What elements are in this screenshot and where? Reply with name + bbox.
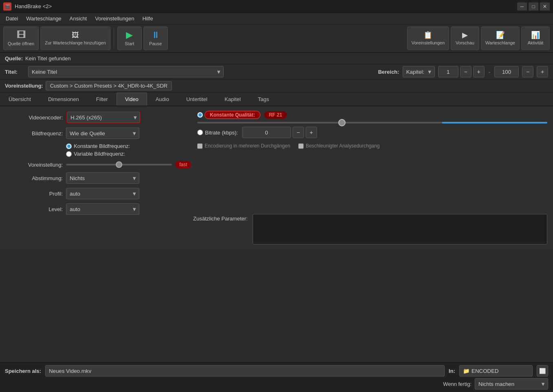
quality-radio[interactable] (197, 112, 203, 118)
source-info: Quelle: Kein Titel gefunden (0, 53, 553, 64)
encoder-select[interactable]: H.265 (x265) (67, 112, 140, 123)
finish-row: Wenn fertig: Nichts machen ▼ (5, 378, 548, 390)
video-settings-layout: Videoencoder: H.265 (x265) ▼ (6, 111, 547, 244)
quality-section: Konstante Qualität: RF 21 B (197, 111, 547, 149)
window-controls: ─ □ ✕ (517, 2, 550, 11)
range-to-input[interactable] (494, 66, 519, 77)
tab-tags[interactable]: Tags (249, 92, 278, 106)
tab-video[interactable]: Video (117, 92, 147, 106)
queue-label: Warteschlange (485, 40, 515, 45)
bitrate-input[interactable] (242, 127, 291, 138)
tab-untertitel[interactable]: Untertitel (178, 92, 216, 106)
add-queue-button[interactable]: 🖼 Zur Warteschlange hinzufügen (40, 26, 110, 50)
bitrate-radio-label[interactable]: Bitrate (kbps): (197, 130, 238, 136)
level-control: auto ▼ (66, 203, 191, 215)
profile-label: Profil: (6, 191, 63, 197)
profile-select[interactable]: auto (66, 188, 139, 199)
quality-slider[interactable] (197, 122, 547, 123)
tab-filter[interactable]: Filter (88, 92, 117, 106)
tuning-select[interactable]: Nichts (66, 172, 139, 184)
folder-button[interactable]: 📁 ENCODED (459, 365, 533, 377)
profile-control: auto ▼ (66, 188, 191, 199)
range-section: Bereich: Kapitel: ▼ − + - − + (378, 66, 548, 77)
preset-slider-control: fast (66, 161, 191, 168)
menu-voreinstellungen[interactable]: Voreinstellungen (91, 14, 138, 23)
title-select[interactable]: Keine Titel (28, 66, 224, 77)
range-from-increment[interactable]: + (473, 66, 485, 77)
source-row: Quelle: Kein Titel gefunden (5, 55, 71, 62)
menu-hilfe[interactable]: Hilfe (138, 14, 157, 23)
quality-radio-label[interactable]: Konstante Qualität: (197, 111, 260, 119)
queue-icon: 📝 (496, 31, 505, 39)
video-tab-content: Videoencoder: H.265 (x265) ▼ (0, 106, 553, 249)
encoder-control: H.265 (x265) ▼ (66, 111, 191, 123)
analysis-checkbox[interactable] (298, 143, 304, 149)
bitrate-decrement[interactable]: − (293, 127, 304, 138)
preset-slider[interactable] (66, 164, 172, 165)
range-to-decrement[interactable]: − (522, 66, 533, 77)
constant-fps-label: Konstante Bildfrequenz: (74, 143, 130, 149)
additional-params-section: Zusätzliche Parameter: (193, 214, 547, 244)
range-to-increment[interactable]: + (537, 66, 548, 77)
finish-label: Wenn fertig: (443, 381, 471, 387)
pause-icon: ⏸ (151, 31, 160, 40)
maximize-button[interactable]: □ (529, 2, 538, 11)
preview-icon: ▶ (462, 31, 468, 39)
variable-fps-radio-label[interactable]: Variable Bildfrequenz: (66, 151, 125, 157)
framerate-select[interactable]: Wie die Quelle (66, 128, 139, 139)
folder-name: ENCODED (471, 368, 499, 374)
minimize-button[interactable]: ─ (517, 2, 527, 11)
title-row: Titel: Keine Titel ▼ Bereich: Kapitel: ▼… (0, 64, 553, 79)
tabs-bar: Übersicht Dimensionen Filter Video Audio… (0, 92, 553, 106)
preview-label: Vorschau (456, 40, 474, 45)
add-queue-icon: 🖼 (72, 31, 79, 39)
level-label: Level: (6, 206, 63, 212)
menu-bar: Datei Warteschlange Ansicht Voreinstellu… (0, 13, 553, 24)
preview-button[interactable]: ▶ Vorschau (451, 26, 479, 50)
range-select-wrapper: Kapitel: ▼ (403, 66, 435, 77)
bitrate-increment[interactable]: + (306, 127, 317, 138)
checkboxes-row: Encodierung in mehreren Durchgängen Besc… (197, 143, 547, 149)
pause-button[interactable]: ⏸ Pause (143, 26, 168, 50)
presets-button[interactable]: 📋 Voreinstellungen (407, 26, 449, 50)
menu-ansicht[interactable]: Ansicht (66, 14, 91, 23)
preset-slider-label: Voreinstellung: (6, 162, 63, 168)
bitrate-radio[interactable] (197, 130, 203, 135)
close-button[interactable]: ✕ (540, 2, 550, 11)
multipass-checkbox[interactable] (197, 143, 203, 149)
range-from-decrement[interactable]: − (460, 66, 471, 77)
activity-icon: 📊 (531, 31, 540, 39)
multipass-label: Encodierung in mehreren Durchgängen (205, 143, 290, 149)
variable-fps-radio[interactable] (66, 151, 72, 157)
tuning-control: Nichts ▼ (66, 172, 191, 184)
save-as-input[interactable] (45, 365, 445, 377)
fps-type-control: Konstante Bildfrequenz: Variable Bildfre… (66, 143, 191, 157)
level-select[interactable]: auto (66, 203, 139, 215)
tab-ubersicht[interactable]: Übersicht (0, 92, 40, 106)
queue-button[interactable]: 📝 Warteschlange (481, 26, 520, 50)
variable-fps-label: Variable Bildfrequenz: (74, 151, 125, 157)
start-button[interactable]: ▶ Start (117, 26, 142, 50)
menu-datei[interactable]: Datei (2, 14, 22, 23)
add-queue-label: Zur Warteschlange hinzufügen (45, 40, 106, 45)
analysis-option: Beschleunigter Analysedurchgang (298, 143, 379, 149)
open-source-button[interactable]: 🎞 Quelle öffnen (3, 26, 39, 50)
quality-row-1: Konstante Qualität: RF 21 (197, 111, 547, 119)
open-source-label: Quelle öffnen (8, 41, 34, 46)
level-select-wrapper: auto ▼ (66, 203, 139, 215)
activity-button[interactable]: 📊 Aktivität (521, 26, 550, 50)
browse-button[interactable]: ⬜ (537, 365, 548, 377)
additional-params-textarea[interactable] (253, 214, 547, 244)
range-from-input[interactable] (438, 66, 458, 77)
additional-params-label: Zusätzliche Parameter: (193, 214, 248, 222)
constant-fps-radio-label[interactable]: Konstante Bildfrequenz: (66, 143, 130, 149)
toolbar: 🎞 Quelle öffnen 🖼 Zur Warteschlange hinz… (0, 24, 553, 53)
presets-label: Voreinstellungen (412, 40, 445, 45)
tab-dimensionen[interactable]: Dimensionen (40, 92, 88, 106)
constant-fps-radio[interactable] (66, 143, 72, 149)
finish-select[interactable]: Nichts machen (475, 378, 548, 390)
tab-kapitel[interactable]: Kapitel (216, 92, 249, 106)
menu-warteschlange[interactable]: Warteschlange (22, 14, 65, 23)
tab-audio[interactable]: Audio (147, 92, 178, 106)
range-type-select[interactable]: Kapitel: (403, 66, 435, 77)
